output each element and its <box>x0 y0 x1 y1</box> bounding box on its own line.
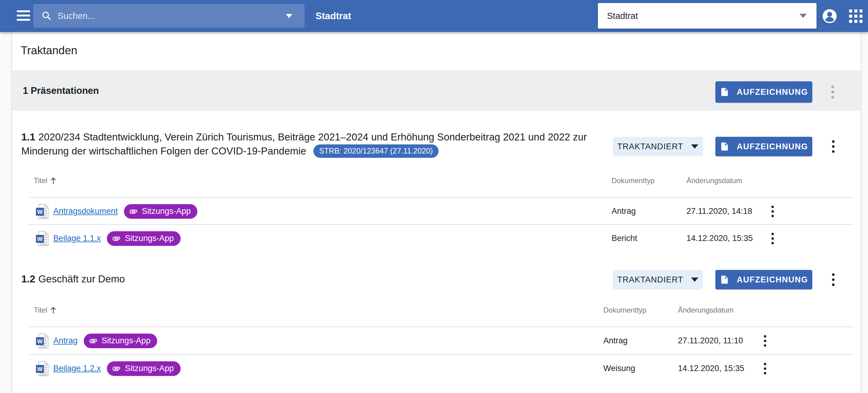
table-row: W Beilage 1.1.x Sitzungs-App Bericht 14.… <box>29 224 854 252</box>
word-file-icon: W <box>36 231 49 246</box>
search-box[interactable] <box>33 4 305 28</box>
document-link[interactable]: Beilage 1.2.x <box>53 364 101 373</box>
column-header-title-label: Titel <box>34 176 47 185</box>
document-type: Weisung <box>603 355 635 382</box>
source-tag-label: Sitzungs-App <box>102 336 151 345</box>
document-type: Antrag <box>603 327 628 354</box>
attachment-icon <box>89 336 98 345</box>
recording-button[interactable]: AUFZEICHNUNG <box>715 270 812 290</box>
document-icon <box>720 87 730 97</box>
chevron-down-icon <box>691 144 699 149</box>
recording-button-label: AUFZEICHNUNG <box>737 87 808 97</box>
modified-date: 14.12.2020, 15:35 <box>678 355 744 382</box>
table-row: W Beilage 1.2.x Sitzungs-App Weisung 14.… <box>29 354 854 382</box>
agenda-item-text: 2020/234 Stadtentwicklung, Verein Zürich… <box>21 131 587 157</box>
recording-button-label: AUFZEICHNUNG <box>737 275 808 284</box>
more-options-icon[interactable] <box>766 225 779 252</box>
agenda-item-text: Geschäft zur Demo <box>38 273 125 284</box>
agenda-item-number: 1.2 <box>21 273 35 284</box>
word-file-icon: W <box>36 204 49 219</box>
recording-button[interactable]: AUFZEICHNUNG <box>715 81 812 103</box>
workspace-selector-value: Stadtrat <box>607 11 800 21</box>
column-header-modified[interactable]: Änderungsdatum <box>686 176 742 185</box>
recording-button-label: AUFZEICHNUNG <box>737 142 808 151</box>
source-tag-label: Sitzungs-App <box>142 207 191 216</box>
svg-text:W: W <box>37 366 43 372</box>
document-link[interactable]: Antrag <box>53 336 78 345</box>
svg-text:W: W <box>37 209 43 215</box>
agenda-item-title: 1.2Geschäft zur Demo <box>21 272 618 286</box>
table-header: Titel Dokumenttyp Änderungsdatum <box>29 306 854 317</box>
svg-text:W: W <box>37 236 43 242</box>
more-options-icon[interactable] <box>766 198 779 225</box>
more-options-icon[interactable] <box>758 327 772 354</box>
account-icon[interactable] <box>822 9 837 24</box>
column-header-title[interactable]: Titel <box>34 176 57 185</box>
column-header-type[interactable]: Dokumenttyp <box>612 176 654 185</box>
search-icon <box>41 10 52 21</box>
column-header-title-label: Titel <box>34 306 47 314</box>
apps-grid-icon[interactable] <box>849 9 863 23</box>
resolution-badge[interactable]: STRB: 2020/123647 (27.11.2020) <box>313 144 439 158</box>
document-link[interactable]: Beilage 1.1.x <box>53 234 101 243</box>
status-dropdown-label: TRAKTANDIERT <box>617 275 683 284</box>
status-dropdown-button[interactable]: TRAKTANDIERT <box>613 270 703 290</box>
document-link[interactable]: Antragsdokument <box>53 207 118 216</box>
attachment-icon <box>112 364 121 373</box>
source-tag: Sitzungs-App <box>84 334 157 348</box>
table-row: W Antragsdokument Sitzungs-App Antrag 27… <box>29 197 854 225</box>
recording-button[interactable]: AUFZEICHNUNG <box>715 137 812 156</box>
presentations-bar: 1 Präsentationen AUFZEICHNUNG <box>12 70 861 111</box>
more-options-icon[interactable] <box>825 270 842 290</box>
source-tag-label: Sitzungs-App <box>125 364 174 373</box>
sort-ascending-icon <box>50 306 57 314</box>
word-file-icon: W <box>36 361 49 376</box>
agenda-item-number: 1.1 <box>21 131 35 143</box>
column-header-modified[interactable]: Änderungsdatum <box>678 306 734 314</box>
content-card: Traktanden 1 Präsentationen AUFZEICHNUNG… <box>12 32 861 393</box>
chevron-down-icon <box>691 277 699 282</box>
modified-date: 14.12.2020, 15:35 <box>686 225 753 252</box>
document-type: Bericht <box>612 225 637 252</box>
attachment-icon <box>112 234 121 243</box>
table-header: Titel Dokumenttyp Änderungsdatum <box>29 176 854 187</box>
page-context-title: Stadtrat <box>315 0 351 32</box>
document-icon <box>720 142 730 151</box>
modified-date: 27.11.2020, 14:18 <box>686 198 752 225</box>
status-dropdown-label: TRAKTANDIERT <box>617 142 683 151</box>
sort-ascending-icon <box>50 177 57 185</box>
presentations-count-label: 1 Präsentationen <box>23 70 99 111</box>
search-input[interactable] <box>57 11 286 21</box>
document-icon <box>720 275 730 284</box>
word-file-icon: W <box>36 333 49 349</box>
column-header-title[interactable]: Titel <box>34 306 57 314</box>
column-header-type[interactable]: Dokumenttyp <box>603 306 646 314</box>
svg-text:W: W <box>37 338 43 344</box>
chevron-down-icon <box>800 14 807 18</box>
source-tag: Sitzungs-App <box>124 204 198 219</box>
modified-date: 27.11.2020, 11:10 <box>678 327 743 354</box>
status-dropdown-button[interactable]: TRAKTANDIERT <box>613 137 703 156</box>
source-tag-label: Sitzungs-App <box>125 234 174 243</box>
page-title: Traktanden <box>21 44 78 57</box>
app-header: Stadtrat Stadtrat <box>0 0 868 32</box>
menu-icon[interactable] <box>17 10 31 22</box>
workspace-selector[interactable]: Stadtrat <box>598 3 816 29</box>
attachment-icon <box>129 207 138 216</box>
document-type: Antrag <box>612 198 636 225</box>
source-tag: Sitzungs-App <box>107 231 181 246</box>
agenda-item-title: 1.12020/234 Stadtentwicklung, Verein Zür… <box>21 130 618 159</box>
more-options-icon[interactable] <box>758 355 772 382</box>
more-options-icon[interactable] <box>824 81 841 103</box>
source-tag: Sitzungs-App <box>107 361 181 376</box>
table-row: W Antrag Sitzungs-App Antrag 27.11.2020,… <box>29 327 854 354</box>
more-options-icon[interactable] <box>825 137 842 156</box>
search-scope-caret-icon[interactable] <box>286 14 292 18</box>
